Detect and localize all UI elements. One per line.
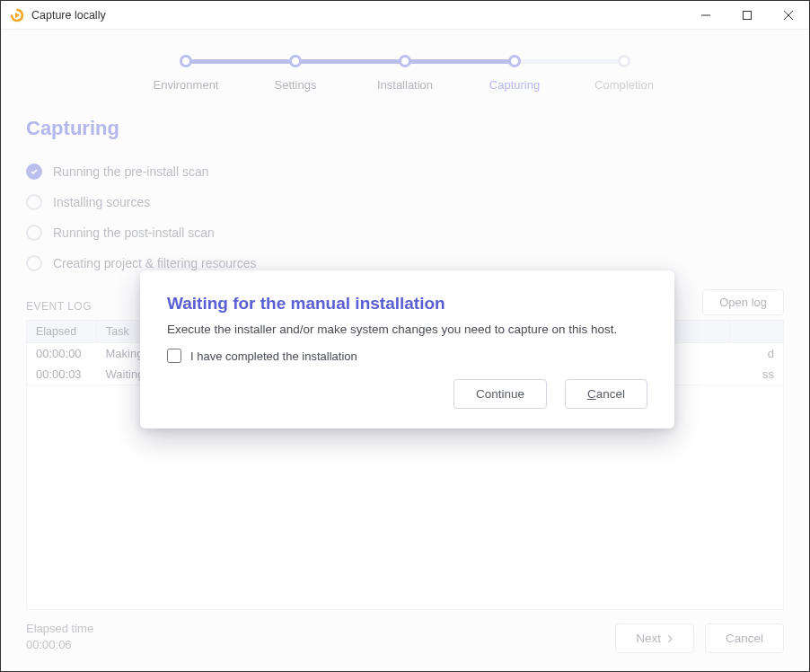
continue-button[interactable]: Continue — [453, 379, 547, 409]
manual-install-dialog: Waiting for the manual installation Exec… — [140, 270, 674, 429]
close-button[interactable] — [768, 1, 809, 30]
titlebar: Capture locally — [1, 1, 809, 30]
cancel-button[interactable]: Cancel — [705, 623, 784, 653]
checklist-item: Running the pre-install scan — [26, 156, 784, 187]
elapsed-label: Elapsed time — [26, 621, 93, 637]
next-button[interactable]: Next — [615, 623, 694, 653]
svg-marker-1 — [15, 13, 20, 18]
step-environment: Environment — [131, 55, 241, 92]
checklist-item: Running the post-install scan — [26, 217, 784, 248]
capture-checklist: Running the pre-install scan Installing … — [26, 156, 784, 279]
col-elapsed: Elapsed — [27, 321, 97, 343]
chevron-right-icon — [666, 634, 674, 643]
elapsed-time-block: Elapsed time 00:00:06 — [26, 621, 93, 653]
completed-checkbox-label: I have completed the installation — [190, 349, 357, 363]
checklist-label: Installing sources — [53, 195, 150, 209]
window-title: Capture locally — [31, 9, 106, 22]
dialog-cancel-button[interactable]: Cancel — [565, 379, 647, 409]
completed-checkbox-row[interactable]: I have completed the installation — [167, 349, 647, 363]
maximize-button[interactable] — [726, 1, 768, 30]
col-status — [730, 321, 784, 343]
checklist-label: Running the post-install scan — [53, 225, 215, 240]
checklist-label: Creating project & filtering resources — [53, 256, 256, 270]
pending-icon — [26, 255, 42, 271]
app-icon — [10, 8, 24, 22]
checklist-item: Installing sources — [26, 187, 784, 217]
checklist-label: Running the pre-install scan — [53, 164, 209, 179]
open-log-button[interactable]: Open log — [702, 289, 784, 315]
pending-icon — [26, 194, 42, 210]
svg-rect-3 — [744, 11, 752, 19]
dialog-body: Execute the installer and/or make system… — [167, 323, 647, 336]
completed-checkbox[interactable] — [167, 349, 181, 363]
wizard-stepper: Environment Settings Installation Captur… — [26, 55, 784, 92]
minimize-button[interactable] — [685, 1, 726, 30]
check-icon — [26, 164, 42, 180]
dialog-title: Waiting for the manual installation — [167, 294, 647, 314]
elapsed-value: 00:00:06 — [26, 637, 93, 653]
wizard-footer: Elapsed time 00:00:06 Next Cancel — [26, 621, 784, 653]
pending-icon — [26, 225, 42, 241]
page-title: Capturing — [26, 117, 784, 140]
window-controls — [685, 1, 809, 30]
